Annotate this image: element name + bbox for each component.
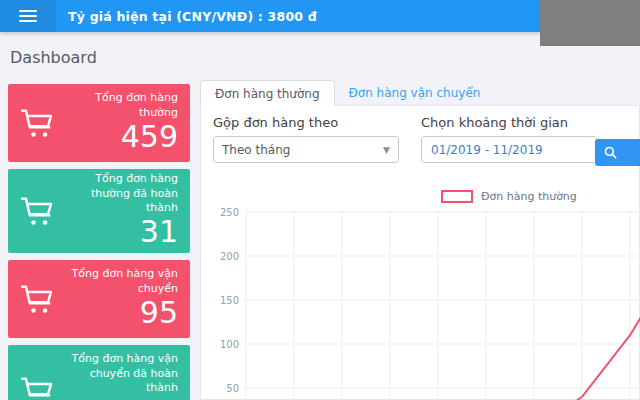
- orders-line-chart: 50100150200250: [201, 205, 640, 400]
- stat-card-shipping-orders-done: Tổng đơn hàng vận chuyển đã hoàn thành 9: [8, 345, 190, 400]
- exchange-rate-label: Tỷ giá hiện tại (CNY/VNĐ) : 3800 đ: [68, 9, 317, 24]
- stat-value: 95: [66, 296, 178, 331]
- stat-card-total-orders: Tổng đơn hàng thường 459: [8, 84, 190, 162]
- filters-row: Gộp đơn hàng theo Theo tháng ▼ Chọn khoả…: [201, 106, 639, 163]
- group-by-label: Gộp đơn hàng theo: [213, 115, 399, 130]
- dashboard-screen: Tỷ giá hiện tại (CNY/VNĐ) : 3800 đ Dashb…: [0, 0, 640, 400]
- stat-value: 459: [66, 120, 178, 155]
- date-range-label: Chọn khoảng thời gian: [421, 115, 597, 130]
- group-by-select[interactable]: Theo tháng ▼: [213, 136, 399, 163]
- menu-toggle-button[interactable]: [0, 0, 56, 32]
- stat-label: Tổng đơn hàng vận chuyển đã hoàn thành: [66, 352, 178, 395]
- screenshot-backdrop: [540, 0, 640, 46]
- stat-value: 31: [66, 215, 178, 250]
- chart-legend: Đơn hàng thường: [441, 190, 577, 203]
- legend-label: Đơn hàng thường: [481, 190, 577, 203]
- stat-label: Tổng đơn hàng thường đã hoàn thành: [66, 172, 178, 215]
- date-range-input[interactable]: [421, 136, 597, 163]
- cart-icon: [16, 102, 58, 144]
- svg-text:250: 250: [220, 207, 239, 218]
- stat-card-total-orders-done: Tổng đơn hàng thường đã hoàn thành 31: [8, 169, 190, 253]
- page-title: Dashboard: [10, 48, 97, 67]
- group-by-filter: Gộp đơn hàng theo Theo tháng ▼: [213, 115, 399, 163]
- date-range-filter: Chọn khoảng thời gian: [421, 115, 597, 163]
- stat-card-shipping-orders: Tổng đơn hàng vận chuyển 95: [8, 260, 190, 338]
- tab-shipping-orders[interactable]: Đơn hàng vận chuyển: [335, 80, 495, 106]
- cart-icon: [16, 278, 58, 320]
- cart-icon: [16, 190, 58, 232]
- svg-text:200: 200: [220, 251, 239, 262]
- stat-label: Tổng đơn hàng thường: [66, 91, 178, 120]
- stat-value: 9: [66, 395, 178, 400]
- orders-panel: Gộp đơn hàng theo Theo tháng ▼ Chọn khoả…: [200, 105, 640, 400]
- magnifier-icon: [603, 145, 618, 160]
- stat-label: Tổng đơn hàng vận chuyển: [66, 267, 178, 296]
- cart-icon: [16, 370, 58, 400]
- svg-text:50: 50: [226, 383, 239, 394]
- order-tabs: Đơn hàng thường Đơn hàng vận chuyển: [200, 80, 494, 106]
- search-button[interactable]: [595, 139, 640, 166]
- chevron-down-icon: ▼: [383, 145, 390, 155]
- tab-normal-orders[interactable]: Đơn hàng thường: [200, 80, 335, 106]
- top-nav-bar: Tỷ giá hiện tại (CNY/VNĐ) : 3800 đ: [0, 0, 540, 32]
- hamburger-icon: [19, 7, 37, 25]
- stats-column: Tổng đơn hàng thường 459 Tổng đơn hàng t…: [8, 84, 190, 400]
- svg-text:100: 100: [220, 339, 239, 350]
- legend-swatch: [441, 190, 473, 203]
- svg-text:150: 150: [220, 295, 239, 306]
- group-by-selected-value: Theo tháng: [222, 143, 290, 157]
